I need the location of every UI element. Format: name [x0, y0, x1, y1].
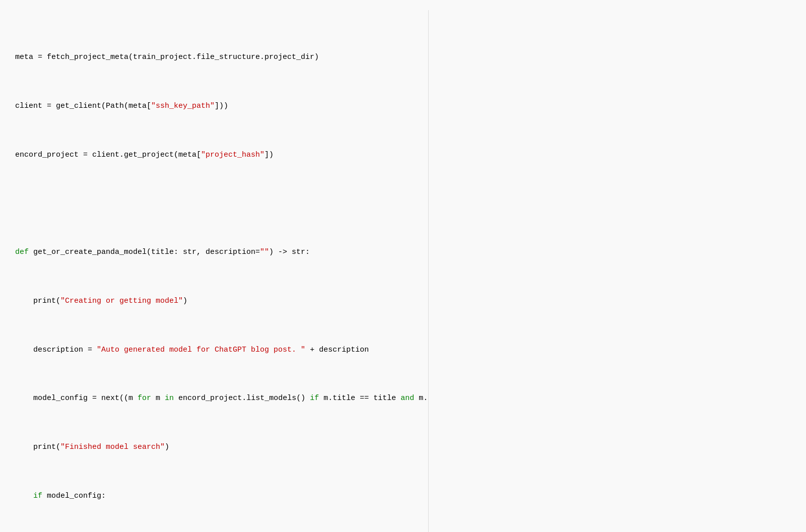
- code-line-6: print("Creating or getting model"): [15, 295, 418, 308]
- code-line-5: def get_or_create_panda_model(title: str…: [15, 246, 418, 259]
- code-line-10: if model_config:: [15, 490, 418, 503]
- code-line-2: client = get_client(Path(meta["ssh_key_p…: [15, 100, 418, 113]
- code-line-1: meta = fetch_project_meta(train_project.…: [15, 51, 418, 64]
- code-line-8: model_config = next((m for m in encord_p…: [15, 392, 418, 405]
- code-line-9: print("Finished model search"): [15, 441, 418, 454]
- code-line-7: description = "Auto generated model for …: [15, 344, 418, 357]
- code-editor: meta = fetch_project_meta(train_project.…: [0, 0, 806, 532]
- right-panel: [428, 10, 806, 532]
- code-line-3: encord_project = client.get_project(meta…: [15, 149, 418, 162]
- code-panel[interactable]: meta = fetch_project_meta(train_project.…: [0, 10, 428, 532]
- code-line-4: [15, 197, 418, 210]
